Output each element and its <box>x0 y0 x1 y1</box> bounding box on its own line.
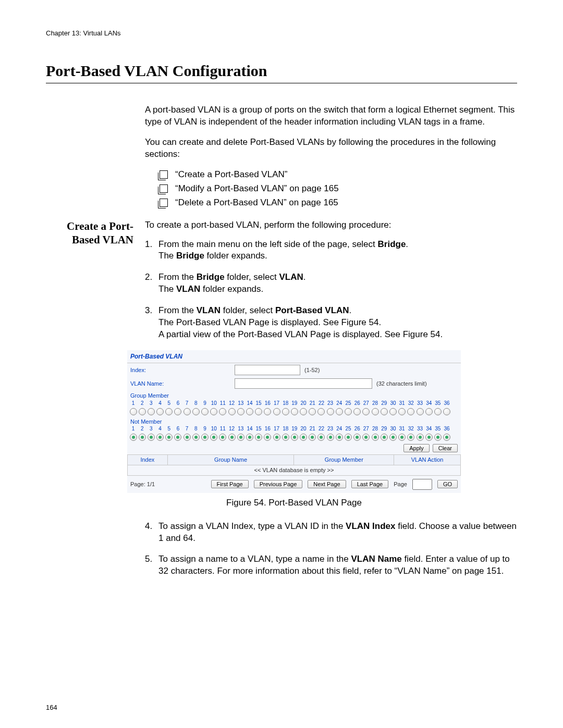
port-radio-selected[interactable] <box>264 434 272 441</box>
port-number: 27 <box>362 425 370 433</box>
port-radio[interactable] <box>282 408 289 415</box>
apply-button[interactable]: Apply <box>403 444 430 452</box>
empty-row: << VLAN database is empty >> <box>128 465 461 475</box>
port-radio[interactable] <box>309 408 316 415</box>
port-radio[interactable] <box>129 408 137 415</box>
port-radio-selected[interactable] <box>192 434 200 441</box>
port-radio[interactable] <box>201 408 209 415</box>
port-number: 13 <box>237 425 244 433</box>
port-radio-selected[interactable] <box>425 434 433 441</box>
port-radio-selected[interactable] <box>416 434 424 441</box>
port-number: 25 <box>345 425 352 433</box>
port-radio-selected[interactable] <box>183 434 191 441</box>
port-radio-selected[interactable] <box>317 434 325 441</box>
port-radio-selected[interactable] <box>219 434 227 441</box>
port-radio-selected[interactable] <box>326 434 334 441</box>
previous-page-button[interactable]: Previous Page <box>254 480 303 488</box>
port-radio-selected[interactable] <box>353 434 361 441</box>
page-input[interactable] <box>412 479 432 490</box>
port-radio[interactable] <box>156 408 164 415</box>
port-number: 26 <box>353 400 361 407</box>
port-radio-selected[interactable] <box>228 434 236 441</box>
port-radio[interactable] <box>425 408 433 415</box>
vlan-name-label: VLAN Name: <box>130 380 235 388</box>
port-radio[interactable] <box>389 408 397 415</box>
page-number: 164 <box>46 704 57 711</box>
port-number: 20 <box>300 400 308 407</box>
port-radio-selected[interactable] <box>443 434 451 441</box>
port-radio-selected[interactable] <box>371 434 379 441</box>
port-number: 34 <box>425 425 433 433</box>
port-radio[interactable] <box>353 408 361 415</box>
port-radio-selected[interactable] <box>282 434 289 441</box>
port-radio-selected[interactable] <box>434 434 442 441</box>
port-radio[interactable] <box>147 408 155 415</box>
port-radio[interactable] <box>398 408 406 415</box>
port-number: 32 <box>407 400 415 407</box>
port-radio-selected[interactable] <box>273 434 280 441</box>
port-radio[interactable] <box>174 408 182 415</box>
port-radio[interactable] <box>192 408 200 415</box>
port-radio-selected[interactable] <box>246 434 253 441</box>
port-number: 14 <box>246 400 253 407</box>
port-radio[interactable] <box>345 408 352 415</box>
vlan-name-input[interactable] <box>235 378 372 389</box>
port-radio[interactable] <box>407 408 415 415</box>
port-radio[interactable] <box>380 408 388 415</box>
port-radio[interactable] <box>362 408 370 415</box>
port-radio-selected[interactable] <box>398 434 406 441</box>
port-radio-selected[interactable] <box>138 434 146 441</box>
port-radio[interactable] <box>371 408 379 415</box>
port-radio[interactable] <box>443 408 451 415</box>
port-number: 11 <box>219 400 227 407</box>
go-button[interactable]: GO <box>437 480 458 488</box>
port-radio[interactable] <box>335 408 343 415</box>
port-radio[interactable] <box>138 408 146 415</box>
port-radio-selected[interactable] <box>174 434 182 441</box>
port-radio[interactable] <box>246 408 253 415</box>
port-radio-selected[interactable] <box>335 434 343 441</box>
port-radio-selected[interactable] <box>165 434 173 441</box>
port-radio-selected[interactable] <box>407 434 415 441</box>
port-number: 25 <box>345 400 352 407</box>
port-radio[interactable] <box>255 408 263 415</box>
port-radio[interactable] <box>264 408 272 415</box>
port-number: 7 <box>183 425 191 433</box>
port-radio-selected[interactable] <box>345 434 352 441</box>
index-input[interactable] <box>235 365 300 375</box>
port-radio[interactable] <box>290 408 298 415</box>
port-radio-selected[interactable] <box>380 434 388 441</box>
port-radio[interactable] <box>434 408 442 415</box>
port-radio-selected[interactable] <box>309 434 316 441</box>
port-radio-selected[interactable] <box>389 434 397 441</box>
port-radio-selected[interactable] <box>255 434 263 441</box>
port-number: 30 <box>389 400 397 407</box>
port-radio[interactable] <box>237 408 244 415</box>
port-radio-selected[interactable] <box>129 434 137 441</box>
port-radio-selected[interactable] <box>201 434 209 441</box>
port-radio[interactable] <box>273 408 280 415</box>
last-page-button[interactable]: Last Page <box>351 480 389 488</box>
running-head: Chapter 13: Virtual LANs <box>46 29 517 37</box>
port-radio[interactable] <box>317 408 325 415</box>
port-radio-selected[interactable] <box>362 434 370 441</box>
clear-button[interactable]: Clear <box>433 444 458 452</box>
port-radio[interactable] <box>210 408 218 415</box>
port-radio[interactable] <box>219 408 227 415</box>
port-number: 12 <box>228 400 236 407</box>
port-radio-selected[interactable] <box>290 434 298 441</box>
port-radio[interactable] <box>183 408 191 415</box>
port-number: 9 <box>201 425 209 433</box>
port-radio[interactable] <box>228 408 236 415</box>
port-radio[interactable] <box>326 408 334 415</box>
next-page-button[interactable]: Next Page <box>308 480 346 488</box>
port-radio-selected[interactable] <box>147 434 155 441</box>
port-radio-selected[interactable] <box>156 434 164 441</box>
port-radio-selected[interactable] <box>300 434 308 441</box>
port-radio-selected[interactable] <box>237 434 244 441</box>
port-radio-selected[interactable] <box>210 434 218 441</box>
port-radio[interactable] <box>416 408 424 415</box>
first-page-button[interactable]: First Page <box>211 480 249 488</box>
port-radio[interactable] <box>165 408 173 415</box>
port-radio[interactable] <box>300 408 308 415</box>
